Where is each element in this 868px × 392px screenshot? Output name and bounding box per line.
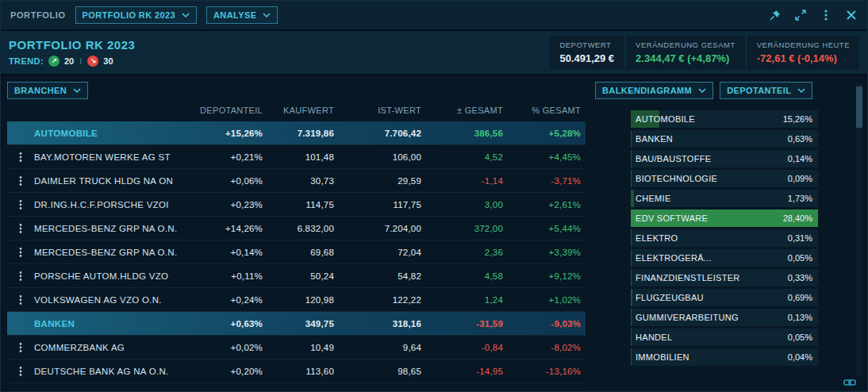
column-header-gesamt[interactable]: ± GESAMT (426, 106, 508, 115)
sector-label: BIOTECHNOLOGIE (636, 170, 717, 187)
table-row[interactable]: BANKEN +0,63% 349,75 318,16 -31,59 -9,03… (7, 312, 586, 336)
table-row[interactable]: DR.ING.H.C.F.PORSCHE VZOI +0,23% 114,75 … (7, 193, 586, 217)
sector-value: 0,69% (788, 289, 812, 306)
cell-istwert: 7.706,42 (339, 129, 426, 138)
cell-kaufwert: 120,98 (267, 295, 339, 305)
sector-label: FLUGZEUGBAU (636, 289, 704, 306)
row-kebab-icon[interactable] (7, 271, 34, 282)
table-body: AUTOMOBILE +15,26% 7.319,86 7.706,42 386… (7, 121, 586, 383)
table-row[interactable]: AUTOMOBILE +15,26% 7.319,86 7.706,42 386… (7, 121, 586, 145)
row-kebab-icon[interactable] (7, 366, 34, 377)
chevron-down-icon (797, 88, 805, 93)
column-header-pct-gesamt[interactable]: % GESAMT (508, 106, 586, 115)
table-row[interactable]: MERCEDES-BENZ GRP NA O.N. +0,14% 69,68 7… (7, 240, 586, 264)
portfolio-stats: DEPOTWERT 50.491,29 € VERÄNDERUNG GESAMT… (550, 36, 859, 70)
pin-icon[interactable] (769, 9, 782, 21)
sector-bar (631, 289, 632, 306)
row-kebab-icon[interactable] (7, 175, 34, 186)
sector-bar-row[interactable]: ELEKTRO 0,31% (631, 229, 818, 247)
row-kebab-icon[interactable] (7, 294, 34, 306)
table-row[interactable]: BAY.MOTOREN WERKE AG ST +0,21% 101,48 10… (7, 145, 586, 169)
veraenderung-gesamt-value: 2.344,47 € (+4,87%) (636, 52, 735, 64)
table-header: DEPOTANTEIL KAUFWERT IST-WERT ± GESAMT %… (7, 99, 586, 121)
cell-pct-gesamt: +3,39% (508, 248, 586, 257)
table-row[interactable]: PORSCHE AUTOM.HLDG VZO +0,11% 50,24 54,8… (7, 264, 586, 288)
stat-depotwert: DEPOTWERT 50.491,29 € (550, 36, 624, 70)
cell-kaufwert: 10,49 (267, 343, 339, 352)
column-header-depotanteil[interactable]: DEPOTANTEIL (192, 106, 267, 115)
cell-depotanteil: +0,24% (192, 295, 267, 305)
column-header-istwert[interactable]: IST-WERT (339, 106, 426, 115)
cell-depotanteil: +14,26% (192, 224, 267, 233)
column-header-kaufwert[interactable]: KAUFWERT (267, 106, 339, 115)
scrollbar-thumb[interactable] (856, 86, 862, 128)
sector-label: HANDEL (636, 329, 672, 346)
sector-bar-row[interactable]: BAU/BAUSTOFFE 0,14% (631, 150, 818, 167)
cell-gesamt: 4,52 (426, 152, 508, 162)
chart-type-value: BALKENDIAGRAMM (602, 86, 692, 95)
trend-down-icon: ↘ (87, 56, 98, 67)
cell-pct-gesamt: -9,03% (508, 319, 586, 329)
instrument-name: DEUTSCHE BANK AG NA O.N. (34, 367, 192, 376)
close-icon[interactable] (845, 9, 858, 21)
sector-label: IMMOBILIEN (636, 348, 689, 366)
trend-down-count: 30 (103, 56, 113, 66)
sector-label: AUTOMOBILE (636, 110, 695, 128)
cell-kaufwert: 113,60 (267, 367, 339, 376)
sector-bar-row[interactable]: FLUGZEUGBAU 0,69% (631, 289, 818, 306)
cell-istwert: 122,22 (339, 295, 426, 305)
cell-gesamt: 4,58 (426, 271, 508, 281)
cell-istwert: 117,75 (339, 200, 426, 209)
branchen-dropdown[interactable]: BRANCHEN (7, 82, 88, 99)
sector-bar-row[interactable]: GUMMIVERARBEITUNG 0,13% (631, 309, 818, 326)
portfolio-select-dropdown[interactable]: PORTFOLIO RK 2023 (75, 6, 197, 24)
cell-gesamt: 372,00 (426, 224, 508, 233)
table-row[interactable]: MERCEDES-BENZ GRP NA O.N. +14,26% 6.832,… (7, 217, 586, 240)
table-row[interactable]: DAIMLER TRUCK HLDG NA ON +0,06% 30,73 29… (7, 169, 586, 193)
sector-value: 0,05% (788, 249, 812, 267)
cell-istwert: 318,16 (339, 319, 426, 329)
kebab-menu-icon[interactable] (820, 9, 832, 21)
row-kebab-icon[interactable] (7, 199, 34, 210)
chart-type-dropdown[interactable]: BALKENDIAGRAMM (595, 82, 713, 99)
sector-bar-row[interactable]: FINANZDIENSTLEISTER 0,33% (631, 269, 818, 286)
row-kebab-icon[interactable] (7, 247, 34, 258)
table-row[interactable]: DEUTSCHE BANK AG NA O.N. +0,20% 113,60 9… (7, 359, 586, 383)
branchen-dropdown-value: BRANCHEN (14, 86, 67, 95)
cell-kaufwert: 6.832,00 (267, 224, 339, 233)
cell-depotanteil: +15,26% (192, 129, 267, 138)
row-kebab-icon[interactable] (7, 318, 34, 329)
sector-bar-row[interactable]: EDV SOFTWARE 28,40% (631, 209, 818, 227)
cell-depotanteil: +0,14% (192, 248, 267, 257)
row-kebab-icon[interactable] (7, 342, 34, 353)
row-kebab-icon[interactable] (7, 128, 34, 139)
cell-gesamt: 3,00 (426, 200, 508, 209)
row-kebab-icon[interactable] (7, 152, 34, 163)
sector-bar-row[interactable]: HANDEL 0,05% (631, 329, 818, 346)
vertical-scrollbar[interactable] (856, 83, 862, 375)
analyse-dropdown[interactable]: ANALYSE (206, 6, 278, 24)
cell-kaufwert: 50,24 (267, 271, 339, 281)
sector-bar-row[interactable]: BANKEN 0,63% (631, 130, 818, 148)
cell-istwert: 54,82 (339, 271, 426, 281)
sector-value: 0,05% (788, 329, 812, 346)
instrument-name: DAIMLER TRUCK HLDG NA ON (34, 176, 192, 186)
sector-value: 1,73% (788, 190, 812, 207)
sector-bar-row[interactable]: CHEMIE 1,73% (631, 190, 818, 207)
instrument-name: COMMERZBANK AG (34, 343, 192, 352)
expand-icon[interactable] (794, 9, 807, 21)
link-icon[interactable] (843, 378, 856, 387)
sector-bar-row[interactable]: BIOTECHNOLOGIE 0,09% (631, 170, 818, 187)
trend-label: TREND: (9, 56, 44, 66)
row-kebab-icon[interactable] (7, 223, 34, 234)
cell-istwert: 98,65 (339, 367, 426, 376)
table-row[interactable]: VOLKSWAGEN AG VZO O.N. +0,24% 120,98 122… (7, 288, 586, 312)
table-row[interactable]: COMMERZBANK AG +0,02% 10,49 9,64 -0,84 -… (7, 336, 586, 359)
sector-bar-row[interactable]: ELEKTROGERÄ... 0,05% (631, 249, 818, 267)
sector-value: 15,26% (783, 110, 812, 128)
trend-up-icon: ↗ (48, 56, 60, 67)
sector-bar-row[interactable]: AUTOMOBILE 15,26% (631, 110, 818, 128)
chart-metric-dropdown[interactable]: DEPOTANTEIL (720, 82, 812, 99)
sector-bar-row[interactable]: IMMOBILIEN 0,04% (631, 348, 818, 366)
page-title: PORTFOLIO RK 2023 (9, 38, 550, 52)
